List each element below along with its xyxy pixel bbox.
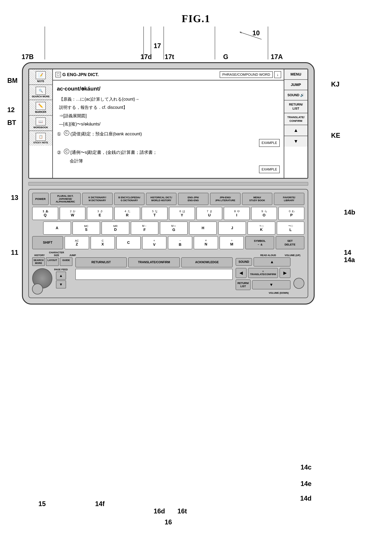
wordbook-icon: 📖: [36, 117, 46, 126]
sidebar-note-label: NOTE: [37, 80, 44, 83]
sidebar-marker-label: MARKER: [35, 111, 46, 113]
key-7-u[interactable]: ７ ま U: [196, 207, 222, 220]
key-8-i[interactable]: ８ や I: [224, 207, 250, 220]
entry2-num: ②: [57, 148, 63, 157]
ref-16d: 16d: [154, 507, 165, 515]
menu-study-key[interactable]: MENU/ STUDY BOOK: [242, 193, 273, 205]
translate-confirm-btn[interactable]: TRANSLATE/CONFIRM: [284, 113, 308, 125]
page: FIG.1 10 17 17B 17d 17t G 17A BM 12 BT 1…: [0, 0, 392, 537]
history-label: HISTORY: [32, 254, 47, 257]
key-9-o[interactable]: ９ ら O: [251, 207, 277, 220]
acknowledge-btn[interactable]: ACKNOWLEDGE: [181, 257, 233, 267]
translate-confirm-center-btn[interactable]: TRANSLATE/CONFIRM: [128, 257, 180, 267]
key-j[interactable]: J: [218, 221, 246, 235]
guide-btn[interactable]: GUIDE: [60, 257, 72, 266]
key-div-m[interactable]: ÷ M: [219, 236, 244, 249]
sound-btn-screen[interactable]: SOUND 🔊: [284, 90, 308, 100]
key-c-x[interactable]: C X: [91, 236, 115, 249]
page-up-btn[interactable]: ▲: [56, 272, 66, 280]
bottom-center-cluster: RETURN/LIST TRANSLATE/CONFIRM ACKNOWLEDG…: [75, 257, 233, 280]
entry2-example-btn[interactable]: EXAMPLE: [259, 166, 280, 173]
screen-sidebar: 📝 NOTE 🔍 SEARCH MORE ✏️ MARKER 📖 WORDBOO…: [29, 69, 53, 178]
char-size-label: CHARACTER SIZE: [48, 251, 65, 257]
separator-bar: [28, 182, 308, 186]
scroll-down-btn2[interactable]: ▼: [284, 136, 308, 147]
page-down-btn[interactable]: ▼: [56, 280, 66, 289]
scroll-down-btn[interactable]: ↓: [274, 71, 281, 78]
phrase-compound-btn[interactable]: PHRASE/COMPOUND WORD: [220, 71, 273, 78]
power-key[interactable]: POWER: [32, 193, 49, 205]
ref-17t: 17t: [165, 53, 174, 61]
key-3-e[interactable]: ３ さ E: [87, 207, 113, 220]
vol-up-btn[interactable]: ▲: [253, 257, 290, 266]
key-2-w[interactable]: ２ か W: [60, 207, 86, 220]
vol-down-btn[interactable]: ▼: [252, 280, 290, 289]
circle-btn-right[interactable]: [293, 278, 304, 289]
key-mplus-g[interactable]: M＋ G: [160, 221, 188, 235]
shift-key[interactable]: SHIFT: [32, 236, 63, 249]
key-row-3: SHIFT AC Z C X C ＋: [32, 236, 304, 249]
right-arrow-btn[interactable]: ▶: [280, 268, 290, 278]
func-key-row: POWER PLURAL DICT. JAPANESE/ ALPHANUMERI…: [32, 193, 304, 205]
key-mr-d[interactable]: MR D: [102, 221, 129, 235]
key-1-q[interactable]: １ あ Q: [32, 207, 58, 220]
key-a[interactable]: A: [43, 221, 71, 235]
entry2-text: [通例〜s]勘定書，(金銭の)計算書；請求書；: [70, 148, 280, 156]
return-list-center-btn[interactable]: RETURN/LIST: [75, 257, 127, 267]
key-times-n[interactable]: × N: [194, 236, 218, 249]
ref-12: 12: [7, 106, 15, 114]
key-mminus-f[interactable]: M－ F: [131, 221, 159, 235]
key-ac-z[interactable]: AC Z: [65, 236, 89, 249]
jpn-eng-key[interactable]: JPN-ENG/ JPN LITERATURE: [210, 193, 241, 205]
ref-15: 15: [38, 500, 46, 508]
ref-KE: KE: [331, 132, 340, 139]
layout-btn[interactable]: LAYOUT: [46, 257, 59, 266]
historical-dict-key[interactable]: HISTORICAL DICT./ WORLD HISTORY: [146, 193, 177, 205]
scroll-up-btn[interactable]: ▲: [284, 125, 308, 136]
sidebar-item-sticky[interactable]: 📋 STICKY NOTE: [29, 131, 52, 146]
key-c-v[interactable]: C: [116, 236, 141, 249]
bottom-right-cluster: SOUND ▲ ◀ =TRANSLATE/C: [236, 257, 290, 294]
entry1-num: ①: [57, 130, 63, 138]
ref-16t: 16t: [177, 507, 187, 515]
dict-content: ac·count/əkáunt/ 【原義：…に(ac)計算して入れる(count…: [53, 80, 284, 178]
sidebar-item-search[interactable]: 🔍 SEARCH MORE: [29, 85, 52, 100]
k-dictionary-key[interactable]: K DICTIONARY/ M DICTIONARY: [82, 193, 113, 205]
key-mc-s[interactable]: MC S: [72, 221, 100, 235]
sidebar-item-wordbook[interactable]: 📖 WORDBOOK: [29, 116, 52, 131]
key-row-2: A MC S MR D M－ F M＋: [32, 221, 304, 235]
key-plus-v[interactable]: ＋ V: [142, 236, 167, 249]
return-list-btn[interactable]: RETURN/LIST: [284, 100, 308, 113]
key-question-k[interactable]: ? □ K: [247, 221, 275, 235]
entry1-example-btn[interactable]: EXAMPLE: [259, 139, 280, 147]
key-minus-b[interactable]: － B: [168, 236, 192, 249]
figure-title: FIG.1: [0, 0, 392, 30]
eng-jpn-key[interactable]: ENG-JPN/ ENG-ENG: [178, 193, 209, 205]
jump-btn[interactable]: JUMP: [284, 80, 308, 90]
b-encyclopedia-key[interactable]: B ENCYCLOPEDIA/ G DICTIONARY: [114, 193, 145, 205]
entry1-circle-c: C: [64, 130, 69, 136]
circle-btn-left[interactable]: [32, 284, 43, 294]
ref-BT: BT: [7, 119, 16, 126]
return-vol-row: RETURN/LIST ▼: [236, 280, 290, 290]
key-h[interactable]: H: [189, 221, 217, 235]
page-feed-label: PAGE FEED: [54, 268, 68, 271]
sidebar-item-note[interactable]: 📝 NOTE: [29, 69, 52, 85]
key-6-y[interactable]: ６ は Y: [169, 207, 195, 220]
translate-confirm-nav-btn[interactable]: =TRANSLATE/CONFIRM: [248, 268, 278, 278]
set-delete-key[interactable]: SETDELETE: [276, 236, 304, 249]
menu-btn[interactable]: MENU: [284, 69, 308, 80]
favorite-library-key[interactable]: FAVORITE/ LIBRARY: [274, 193, 304, 205]
key-tilde-l[interactable]: 〜□ L: [277, 221, 305, 235]
key-5-t[interactable]: ５ な T: [142, 207, 168, 220]
key-4-r[interactable]: ４ た R: [114, 207, 140, 220]
key-0-p[interactable]: ０ わ P: [278, 207, 304, 220]
search-more-btn[interactable]: SEARCH MORE: [32, 257, 45, 266]
symbol-key[interactable]: SYMBOL－ &: [245, 236, 274, 249]
sidebar-item-marker[interactable]: ✏️ MARKER: [29, 100, 52, 116]
sound-key[interactable]: SOUND: [236, 258, 252, 266]
plural-dict-key[interactable]: PLURAL DICT. JAPANESE/ ALPHANUMERIC: [50, 193, 81, 205]
return-list-nav-btn[interactable]: RETURN/LIST: [236, 280, 251, 290]
left-arrow-btn[interactable]: ◀: [236, 268, 247, 278]
volume-up-label: VOLUME (UP): [281, 254, 304, 257]
